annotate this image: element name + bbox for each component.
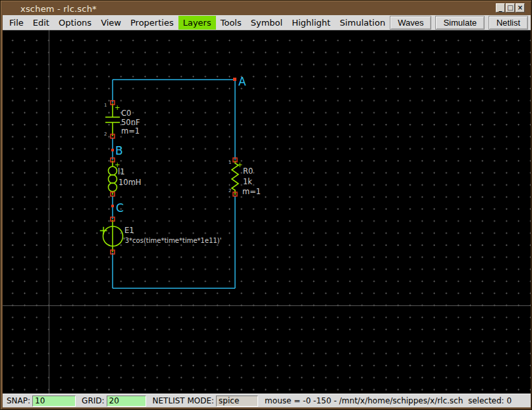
title-bar[interactable]: xschem - rlc.sch* _ □ × (3, 2, 531, 15)
menu-file[interactable]: File (5, 16, 28, 30)
label-markers (111, 78, 236, 207)
resistor-value[interactable]: 1k (243, 177, 252, 186)
capacitor-pin1: 1 (104, 103, 107, 108)
resistor-pin2: 2 (228, 188, 231, 193)
inductor-ref[interactable]: l1 (118, 167, 125, 176)
window-title: xschem - rlc.sch* (20, 4, 97, 14)
resistor-pin1: 1 (228, 160, 231, 165)
capacitor-value[interactable]: 50nF (121, 118, 140, 127)
maximize-icon[interactable]: □ (506, 3, 515, 13)
snap-input[interactable] (32, 396, 76, 407)
node-labels: A B C (115, 75, 246, 215)
rlc-circuit-drawing: + + + + 1 2 1 2 C0 50nF m=1 l1 10mH R0 1… (3, 30, 531, 394)
status-bar: SNAP: GRID: NETLIST MODE: mouse = -0 -15… (3, 394, 531, 407)
close-icon[interactable]: × (516, 3, 525, 13)
menu-simulation[interactable]: Simulation (335, 16, 390, 30)
waves-button[interactable]: Waves (390, 16, 431, 30)
inductor-value[interactable]: 10mH (119, 178, 141, 187)
menu-items: File Edit Options View Properties Layers… (3, 16, 390, 30)
menu-action-buttons: Waves Simulate Netlist Help (390, 16, 532, 30)
capacitor-plus: + (115, 104, 120, 111)
netlist-mode-label: NETLIST MODE: (153, 396, 215, 405)
xschem-window: xschem - rlc.sch* _ □ × File Edit Option… (0, 0, 532, 410)
menu-highlight[interactable]: Highlight (287, 16, 335, 30)
component-labels: C0 50nF m=1 l1 10mH R0 1k m=1 E1 '3*cos(… (118, 109, 261, 244)
source-value[interactable]: '3*cos(time*time*time*1e11)' (123, 237, 222, 244)
resistor-mult[interactable]: m=1 (242, 187, 261, 196)
snap-label: SNAP: (7, 396, 30, 405)
menu-options[interactable]: Options (54, 16, 96, 30)
menu-bar: File Edit Options View Properties Layers… (3, 15, 531, 30)
simulate-button[interactable]: Simulate (435, 16, 485, 30)
netlist-button[interactable]: Netlist (489, 16, 528, 30)
capacitor-ref[interactable]: C0 (121, 109, 131, 118)
label-marker-b (111, 149, 114, 151)
menu-edit[interactable]: Edit (28, 16, 54, 30)
node-label-b[interactable]: B (115, 144, 123, 157)
capacitor-mult[interactable]: m=1 (121, 126, 140, 136)
menu-view[interactable]: View (96, 16, 126, 30)
source-ref[interactable]: E1 (124, 226, 134, 235)
grid-input[interactable] (107, 396, 146, 407)
schematic-canvas[interactable]: + + + + 1 2 1 2 C0 50nF m=1 l1 10mH R0 1… (3, 30, 531, 394)
menu-layers[interactable]: Layers (178, 16, 216, 30)
source-plus: + (99, 224, 108, 237)
node-label-a[interactable]: A (238, 75, 246, 88)
menu-symbol[interactable]: Symbol (246, 16, 287, 30)
resistor-plus: + (237, 161, 242, 168)
menu-properties[interactable]: Properties (126, 16, 178, 30)
mouse-status-text: mouse = -0 -150 - /mnt/x/home/schippes/x… (265, 396, 512, 405)
minimize-icon[interactable]: _ (496, 3, 505, 13)
capacitor-pin2: 2 (104, 132, 107, 137)
label-marker-a (233, 78, 236, 81)
label-marker-c (111, 205, 114, 207)
grid-label: GRID: (82, 396, 104, 405)
node-label-c[interactable]: C (116, 201, 124, 215)
menu-tools[interactable]: Tools (216, 16, 246, 30)
resistor-ref[interactable]: R0 (243, 167, 253, 176)
netlist-mode-input[interactable] (216, 396, 258, 407)
window-controls: _ □ × (496, 3, 525, 13)
